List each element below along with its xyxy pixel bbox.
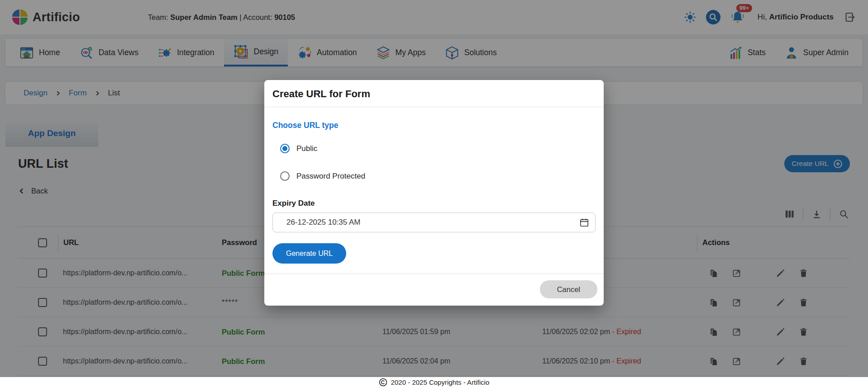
- cancel-button[interactable]: Cancel: [540, 280, 597, 298]
- radio-option-password-protected[interactable]: Password Protected: [280, 171, 596, 181]
- modal-footer: Cancel: [264, 274, 604, 306]
- choose-url-type-label: Choose URL type: [272, 121, 596, 130]
- app-page: Artificio Team: Super Admin Team | Accou…: [0, 0, 868, 387]
- radio-password-label: Password Protected: [296, 172, 365, 181]
- radio-option-public[interactable]: Public: [280, 144, 596, 153]
- app-footer: 2020 - 2025 Copyrights - Artificio: [0, 377, 868, 387]
- radio-public-label: Public: [296, 144, 317, 153]
- radio-public-icon[interactable]: [280, 144, 290, 153]
- copyright-text: 2020 - 2025 Copyrights - Artificio: [391, 378, 490, 386]
- modal-title: Create URL for Form: [272, 88, 370, 99]
- radio-password-icon[interactable]: [280, 171, 290, 181]
- generate-url-button[interactable]: Generate URL: [272, 243, 346, 264]
- create-url-modal: Create URL for Form Choose URL type Publ…: [264, 80, 604, 306]
- expiry-date-field: [272, 212, 596, 232]
- modal-body: Choose URL type Public Password Protecte…: [264, 121, 604, 264]
- calendar-icon[interactable]: [579, 217, 589, 227]
- copyright-icon: [379, 378, 387, 387]
- expiry-date-label: Expiry Date: [272, 199, 596, 208]
- expiry-date-input[interactable]: [272, 212, 596, 232]
- modal-header: Create URL for Form: [264, 80, 604, 107]
